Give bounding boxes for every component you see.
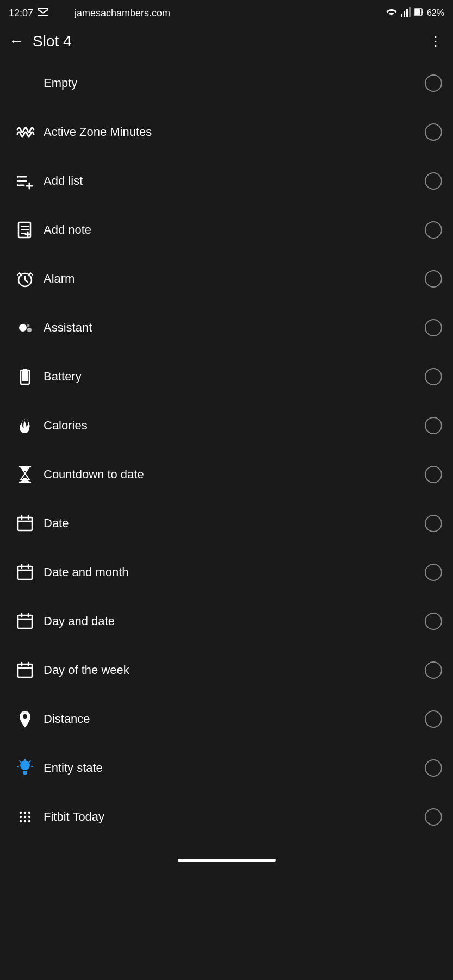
svg-point-66 xyxy=(28,816,30,818)
wifi-icon xyxy=(386,7,398,19)
list-item[interactable]: Active Zone Minutes xyxy=(0,108,453,157)
fitbit-icon xyxy=(11,807,39,827)
item-label-fitbit-today: Fitbit Today xyxy=(39,810,425,824)
radio-date-and-month[interactable] xyxy=(425,564,442,581)
svg-rect-55 xyxy=(23,773,27,775)
radio-add-note[interactable] xyxy=(425,221,442,239)
list-item[interactable]: Calories xyxy=(0,401,453,450)
svg-rect-48 xyxy=(18,664,32,677)
hourglass-icon xyxy=(11,465,39,484)
svg-line-59 xyxy=(20,761,21,762)
item-label-assistant: Assistant xyxy=(39,321,425,335)
svg-point-61 xyxy=(20,812,22,814)
svg-point-29 xyxy=(27,328,32,332)
more-options-button[interactable]: ⋮ xyxy=(427,32,444,51)
gmail-icon xyxy=(38,8,48,19)
list-item[interactable]: Date and month xyxy=(0,548,453,597)
list-item[interactable]: Countdown to date xyxy=(0,450,453,499)
list-item[interactable]: Alarm xyxy=(0,254,453,303)
page-title: Slot 4 xyxy=(33,33,427,50)
list-item[interactable]: Battery xyxy=(0,352,453,401)
item-label-date: Date xyxy=(39,516,425,530)
list-item[interactable]: Empty xyxy=(0,59,453,108)
radio-alarm[interactable] xyxy=(425,270,442,288)
battery-percentage: 62% xyxy=(427,8,444,18)
svg-point-13 xyxy=(17,180,19,182)
radio-calories[interactable] xyxy=(425,417,442,434)
svg-point-28 xyxy=(19,324,27,332)
svg-rect-33 xyxy=(22,371,28,381)
toolbar: ← Slot 4 ⋮ xyxy=(0,24,453,59)
list-item[interactable]: Day and date xyxy=(0,597,453,646)
signal-icon xyxy=(401,7,411,19)
slot-options-list: Empty Active Zone Minutes xyxy=(0,59,453,841)
svg-line-26 xyxy=(17,273,20,275)
svg-rect-32 xyxy=(23,369,27,371)
svg-rect-6 xyxy=(415,9,420,15)
radio-day-and-date[interactable] xyxy=(425,613,442,630)
list-item[interactable]: Distance xyxy=(0,695,453,744)
svg-rect-5 xyxy=(422,11,423,13)
calendar-date-icon xyxy=(11,514,39,533)
status-left: 12:07 jamesachambers.com xyxy=(9,8,170,19)
svg-point-68 xyxy=(24,820,26,822)
assistant-icon xyxy=(11,318,39,338)
svg-point-14 xyxy=(17,184,19,186)
item-label-entity-state: Entity state xyxy=(39,761,425,775)
svg-rect-36 xyxy=(18,517,32,530)
list-item[interactable]: Add list xyxy=(0,157,453,205)
radio-date[interactable] xyxy=(425,515,442,532)
svg-point-69 xyxy=(28,820,30,822)
item-label-active-zone: Active Zone Minutes xyxy=(39,125,425,139)
svg-point-12 xyxy=(17,176,19,178)
item-label-empty: Empty xyxy=(11,76,425,90)
item-label-battery: Battery xyxy=(39,370,425,384)
item-label-add-list: Add list xyxy=(39,174,425,188)
battery-icon xyxy=(414,7,424,19)
status-bar: 12:07 jamesachambers.com xyxy=(0,0,453,24)
item-label-distance: Distance xyxy=(39,712,425,726)
svg-rect-0 xyxy=(401,14,402,17)
list-item[interactable]: Fitbit Today xyxy=(0,792,453,841)
radio-distance[interactable] xyxy=(425,710,442,728)
svg-rect-1 xyxy=(404,11,405,17)
bulb-icon xyxy=(11,758,39,778)
radio-empty[interactable] xyxy=(425,74,442,92)
svg-rect-40 xyxy=(18,566,32,579)
add-list-icon xyxy=(11,171,39,191)
list-item[interactable]: Assistant xyxy=(0,303,453,352)
radio-assistant[interactable] xyxy=(425,319,442,336)
svg-rect-54 xyxy=(23,771,27,773)
svg-line-27 xyxy=(30,273,33,275)
item-label-day-and-date: Day and date xyxy=(39,614,425,628)
add-note-icon xyxy=(11,220,39,240)
svg-point-63 xyxy=(28,812,30,814)
item-label-date-and-month: Date and month xyxy=(39,565,425,579)
svg-rect-44 xyxy=(18,615,32,628)
svg-rect-3 xyxy=(409,7,411,17)
list-item[interactable]: Date xyxy=(0,499,453,548)
item-label-calories: Calories xyxy=(39,419,425,433)
waves-icon xyxy=(11,122,39,142)
calendar-day-date-icon xyxy=(11,611,39,631)
svg-line-57 xyxy=(29,761,30,762)
status-right: 62% xyxy=(386,7,444,19)
radio-active-zone[interactable] xyxy=(425,123,442,141)
radio-entity-state[interactable] xyxy=(425,759,442,777)
calendar-day-week-icon xyxy=(11,660,39,680)
radio-fitbit-today[interactable] xyxy=(425,808,442,826)
list-item[interactable]: Add note xyxy=(0,205,453,254)
svg-point-65 xyxy=(24,816,26,818)
list-item[interactable]: Entity state xyxy=(0,744,453,792)
radio-day-of-week[interactable] xyxy=(425,661,442,679)
svg-point-62 xyxy=(24,812,26,814)
back-button[interactable]: ← xyxy=(9,30,28,52)
home-indicator xyxy=(178,859,276,862)
alarm-icon xyxy=(11,269,39,289)
radio-battery[interactable] xyxy=(425,368,442,385)
flame-icon xyxy=(11,416,39,435)
radio-add-list[interactable] xyxy=(425,172,442,190)
radio-countdown[interactable] xyxy=(425,466,442,483)
status-time: 12:07 xyxy=(9,8,33,19)
list-item[interactable]: Day of the week xyxy=(0,646,453,695)
